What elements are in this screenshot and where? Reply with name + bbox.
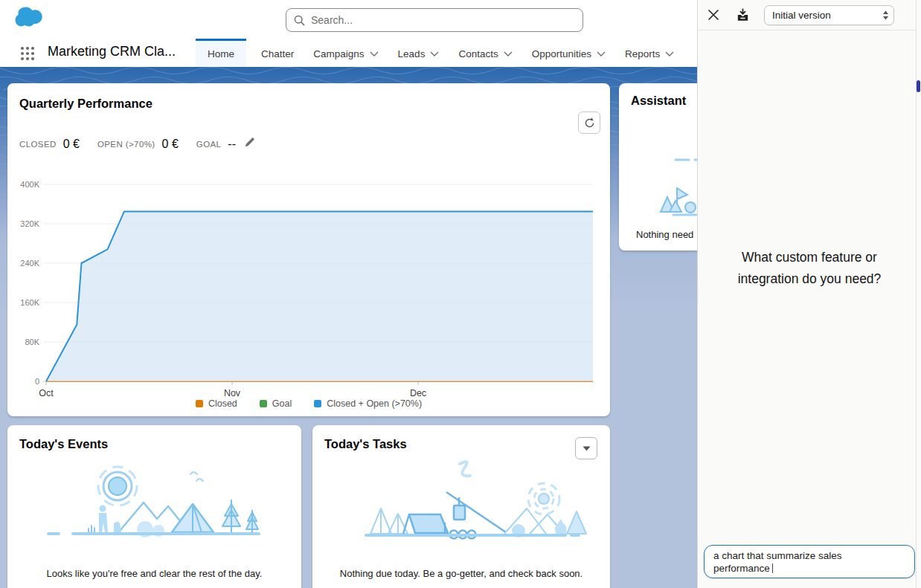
legend-item: Goal	[260, 398, 292, 409]
assistant-card: Assistant Nothing need	[619, 83, 697, 251]
chevron-down-icon	[504, 51, 513, 56]
kpi-label: CLOSED	[19, 140, 57, 149]
tab-home[interactable]: Home	[196, 39, 246, 67]
legend-label: Closed	[208, 398, 237, 409]
scrollbar-thumb[interactable]	[917, 80, 920, 92]
chart-legend: ClosedGoalClosed + Open (>70%)	[7, 398, 610, 409]
legend-label: Goal	[272, 398, 292, 409]
nav-tab-bar: HomeChatterCampaignsLeadsContactsOpportu…	[196, 39, 692, 67]
tab-reports[interactable]: Reports	[623, 39, 675, 67]
tab-campaigns[interactable]: Campaigns	[312, 39, 379, 67]
kpi-label: OPEN (>70%)	[97, 140, 155, 149]
todays-events-card: Today's Events	[7, 425, 301, 588]
tab-contacts[interactable]: Contacts	[457, 39, 513, 67]
tab-label: Home	[208, 48, 234, 59]
tab-label: Chatter	[261, 48, 294, 59]
panel-headline: What custom feature or integration do yo…	[698, 247, 921, 290]
kpi-metrics-row: CLOSED0 €OPEN (>70%)0 €GOAL--	[19, 137, 255, 151]
svg-text:400K: 400K	[20, 180, 39, 189]
legend-label: Closed + Open (>70%)	[327, 398, 422, 409]
kpi-value: 0 €	[63, 138, 80, 151]
refresh-button[interactable]	[578, 112, 600, 134]
camping-day-illustration	[32, 456, 277, 555]
assistant-empty-text: Nothing need	[636, 229, 693, 240]
version-select[interactable]: Initial version	[764, 5, 894, 25]
import-tray-icon	[735, 7, 751, 23]
legend-item: Closed	[196, 398, 237, 409]
chevron-down-icon	[430, 51, 439, 56]
version-select-value: Initial version	[772, 10, 831, 21]
search-icon	[294, 15, 305, 26]
card-title: Today's Events	[19, 437, 108, 451]
svg-text:Oct: Oct	[39, 388, 54, 398]
app-launcher-waffle-icon[interactable]	[19, 45, 36, 65]
tab-label: Leads	[398, 48, 426, 59]
legend-swatch	[260, 400, 267, 407]
svg-text:0: 0	[35, 377, 39, 386]
prompt-input[interactable]: a chart that summarize sales performance	[704, 545, 915, 578]
close-button[interactable]	[705, 7, 722, 23]
publish-button[interactable]	[734, 6, 752, 25]
tab-label: Campaigns	[313, 48, 364, 59]
tab-label: Contacts	[458, 48, 498, 59]
kpi-metric: CLOSED0 €	[19, 138, 80, 151]
salesforce-cloud-logo	[12, 4, 46, 31]
select-stepper-icon	[882, 10, 889, 20]
svg-text:240K: 240K	[20, 259, 39, 268]
close-icon	[707, 8, 720, 22]
legend-swatch	[196, 400, 203, 407]
builder-side-panel: Initial version What custom feature or i…	[697, 0, 921, 588]
panel-header: Initial version	[698, 0, 921, 30]
quarterly-performance-card: Quarterly Performance CLOSED0 €OPEN (>70…	[7, 83, 610, 416]
legend-item: Closed + Open (>70%)	[314, 398, 422, 409]
legend-swatch	[314, 400, 321, 407]
tab-leads[interactable]: Leads	[397, 39, 441, 67]
chevron-down-icon	[370, 51, 379, 56]
app-window: Marketing CRM Cla... HomeChatterCampaign…	[0, 0, 921, 588]
refresh-icon	[583, 117, 596, 129]
campfire-illustration	[335, 456, 588, 555]
search-input[interactable]	[311, 14, 575, 26]
card-title: Assistant	[631, 94, 686, 108]
tab-label: Reports	[625, 48, 660, 59]
prompt-text: a chart that summarize sales performance	[713, 549, 866, 575]
scrollbar-track[interactable]	[916, 0, 921, 588]
kpi-metric: OPEN (>70%)0 €	[97, 138, 179, 151]
global-header: Marketing CRM Cla... HomeChatterCampaign…	[0, 0, 697, 67]
kpi-metric: GOAL--	[196, 137, 255, 151]
events-empty-text: Looks like you're free and clear the res…	[7, 568, 301, 579]
performance-chart: 080K160K240K320K400KOctNovDec	[7, 172, 610, 402]
chevron-down-icon	[665, 51, 674, 56]
chevron-down-icon	[597, 51, 606, 56]
tab-label: Opportunities	[532, 48, 591, 59]
tab-chatter[interactable]: Chatter	[260, 39, 295, 67]
svg-text:Dec: Dec	[410, 388, 426, 398]
card-title: Quarterly Performance	[19, 97, 153, 111]
todays-tasks-card: Today's Tasks	[312, 425, 610, 588]
svg-text:160K: 160K	[20, 298, 39, 307]
app-name: Marketing CRM Cla...	[48, 44, 176, 59]
assistant-empty-illustration	[632, 154, 697, 221]
edit-goal-pencil-icon[interactable]	[244, 137, 255, 151]
svg-text:320K: 320K	[20, 219, 39, 228]
global-search	[286, 8, 583, 32]
svg-text:Nov: Nov	[224, 388, 241, 398]
card-title: Today's Tasks	[324, 437, 407, 451]
home-dashboard: Quarterly Performance CLOSED0 €OPEN (>70…	[0, 67, 697, 588]
kpi-value: 0 €	[162, 138, 179, 151]
tasks-empty-text: Nothing due today. Be a go-getter, and c…	[312, 568, 610, 579]
tab-opportunities[interactable]: Opportunities	[530, 39, 607, 67]
kpi-value: --	[228, 138, 236, 151]
svg-text:80K: 80K	[25, 337, 39, 346]
dropdown-triangle-icon	[583, 446, 591, 451]
kpi-label: GOAL	[196, 140, 222, 149]
